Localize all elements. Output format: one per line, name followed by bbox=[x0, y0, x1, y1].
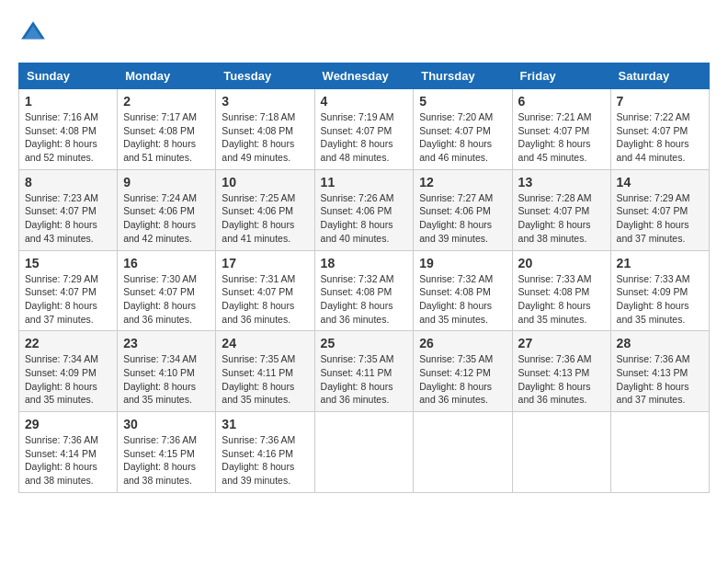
calendar-cell: 13 Sunrise: 7:28 AM Sunset: 4:07 PM Dayl… bbox=[512, 169, 610, 250]
calendar-cell: 19 Sunrise: 7:32 AM Sunset: 4:08 PM Dayl… bbox=[414, 250, 512, 331]
calendar-cell: 9 Sunrise: 7:24 AM Sunset: 4:06 PM Dayli… bbox=[118, 169, 216, 250]
day-number: 3 bbox=[222, 94, 308, 109]
day-info: Sunrise: 7:25 AM Sunset: 4:06 PM Dayligh… bbox=[222, 191, 308, 246]
day-info: Sunrise: 7:20 AM Sunset: 4:07 PM Dayligh… bbox=[419, 110, 506, 165]
calendar-table: SundayMondayTuesdayWednesdayThursdayFrid… bbox=[18, 63, 710, 493]
day-info: Sunrise: 7:35 AM Sunset: 4:12 PM Dayligh… bbox=[419, 352, 506, 407]
calendar-weekday-header: Monday bbox=[118, 63, 216, 89]
calendar-cell: 3 Sunrise: 7:18 AM Sunset: 4:08 PM Dayli… bbox=[216, 89, 314, 170]
calendar-header-row: SundayMondayTuesdayWednesdayThursdayFrid… bbox=[19, 63, 710, 89]
calendar-weekday-header: Tuesday bbox=[216, 63, 314, 89]
calendar-cell: 1 Sunrise: 7:16 AM Sunset: 4:08 PM Dayli… bbox=[19, 89, 118, 170]
day-number: 17 bbox=[222, 256, 308, 270]
day-number: 11 bbox=[321, 175, 408, 190]
calendar-cell: 14 Sunrise: 7:29 AM Sunset: 4:07 PM Dayl… bbox=[610, 169, 709, 250]
day-number: 18 bbox=[321, 256, 408, 270]
day-info: Sunrise: 7:26 AM Sunset: 4:06 PM Dayligh… bbox=[321, 191, 408, 246]
day-number: 24 bbox=[222, 336, 308, 350]
day-info: Sunrise: 7:32 AM Sunset: 4:08 PM Dayligh… bbox=[419, 272, 506, 327]
day-number: 21 bbox=[617, 256, 703, 270]
day-info: Sunrise: 7:27 AM Sunset: 4:06 PM Dayligh… bbox=[419, 191, 506, 246]
calendar-weekday-header: Saturday bbox=[610, 63, 709, 89]
day-info: Sunrise: 7:35 AM Sunset: 4:11 PM Dayligh… bbox=[222, 352, 308, 407]
day-number: 15 bbox=[25, 256, 111, 270]
day-number: 1 bbox=[25, 94, 111, 109]
page-header bbox=[18, 18, 710, 48]
day-number: 22 bbox=[25, 336, 111, 350]
day-number: 10 bbox=[222, 175, 308, 190]
calendar-cell: 4 Sunrise: 7:19 AM Sunset: 4:07 PM Dayli… bbox=[314, 89, 414, 170]
day-info: Sunrise: 7:23 AM Sunset: 4:07 PM Dayligh… bbox=[25, 191, 111, 246]
day-info: Sunrise: 7:36 AM Sunset: 4:16 PM Dayligh… bbox=[222, 433, 308, 488]
calendar-week-row: 8 Sunrise: 7:23 AM Sunset: 4:07 PM Dayli… bbox=[19, 169, 710, 250]
day-number: 19 bbox=[419, 256, 506, 270]
calendar-cell bbox=[314, 412, 414, 493]
calendar-cell: 10 Sunrise: 7:25 AM Sunset: 4:06 PM Dayl… bbox=[216, 169, 314, 250]
day-info: Sunrise: 7:29 AM Sunset: 4:07 PM Dayligh… bbox=[617, 191, 703, 246]
calendar-weekday-header: Thursday bbox=[414, 63, 512, 89]
day-info: Sunrise: 7:16 AM Sunset: 4:08 PM Dayligh… bbox=[25, 110, 111, 165]
day-info: Sunrise: 7:34 AM Sunset: 4:09 PM Dayligh… bbox=[25, 352, 111, 407]
calendar-cell: 8 Sunrise: 7:23 AM Sunset: 4:07 PM Dayli… bbox=[19, 169, 118, 250]
calendar-cell bbox=[610, 412, 709, 493]
day-number: 27 bbox=[518, 336, 605, 350]
day-number: 30 bbox=[123, 417, 210, 431]
calendar-cell: 24 Sunrise: 7:35 AM Sunset: 4:11 PM Dayl… bbox=[216, 331, 314, 412]
day-info: Sunrise: 7:32 AM Sunset: 4:08 PM Dayligh… bbox=[321, 272, 408, 327]
calendar-week-row: 1 Sunrise: 7:16 AM Sunset: 4:08 PM Dayli… bbox=[19, 89, 710, 170]
day-number: 9 bbox=[123, 175, 210, 190]
calendar-cell bbox=[414, 412, 512, 493]
calendar-cell: 31 Sunrise: 7:36 AM Sunset: 4:16 PM Dayl… bbox=[216, 412, 314, 493]
day-info: Sunrise: 7:34 AM Sunset: 4:10 PM Dayligh… bbox=[123, 352, 210, 407]
calendar-cell: 21 Sunrise: 7:33 AM Sunset: 4:09 PM Dayl… bbox=[610, 250, 709, 331]
day-info: Sunrise: 7:29 AM Sunset: 4:07 PM Dayligh… bbox=[25, 272, 111, 327]
calendar-weekday-header: Sunday bbox=[19, 63, 118, 89]
calendar-cell: 12 Sunrise: 7:27 AM Sunset: 4:06 PM Dayl… bbox=[414, 169, 512, 250]
calendar-cell: 29 Sunrise: 7:36 AM Sunset: 4:14 PM Dayl… bbox=[19, 412, 118, 493]
calendar-cell: 20 Sunrise: 7:33 AM Sunset: 4:08 PM Dayl… bbox=[512, 250, 610, 331]
day-info: Sunrise: 7:33 AM Sunset: 4:09 PM Dayligh… bbox=[617, 272, 703, 327]
calendar-week-row: 15 Sunrise: 7:29 AM Sunset: 4:07 PM Dayl… bbox=[19, 250, 710, 331]
day-number: 4 bbox=[321, 94, 408, 109]
calendar-cell: 27 Sunrise: 7:36 AM Sunset: 4:13 PM Dayl… bbox=[512, 331, 610, 412]
calendar-weekday-header: Friday bbox=[512, 63, 610, 89]
day-info: Sunrise: 7:28 AM Sunset: 4:07 PM Dayligh… bbox=[518, 191, 605, 246]
day-number: 12 bbox=[419, 175, 506, 190]
calendar-weekday-header: Wednesday bbox=[314, 63, 414, 89]
calendar-cell: 18 Sunrise: 7:32 AM Sunset: 4:08 PM Dayl… bbox=[314, 250, 414, 331]
calendar-cell: 28 Sunrise: 7:36 AM Sunset: 4:13 PM Dayl… bbox=[610, 331, 709, 412]
day-info: Sunrise: 7:31 AM Sunset: 4:07 PM Dayligh… bbox=[222, 272, 308, 327]
day-number: 25 bbox=[321, 336, 408, 350]
day-number: 28 bbox=[617, 336, 703, 350]
day-info: Sunrise: 7:33 AM Sunset: 4:08 PM Dayligh… bbox=[518, 272, 605, 327]
day-info: Sunrise: 7:36 AM Sunset: 4:13 PM Dayligh… bbox=[518, 352, 605, 407]
day-number: 8 bbox=[25, 175, 111, 190]
day-info: Sunrise: 7:36 AM Sunset: 4:15 PM Dayligh… bbox=[123, 433, 210, 488]
day-number: 7 bbox=[617, 94, 703, 109]
calendar-week-row: 22 Sunrise: 7:34 AM Sunset: 4:09 PM Dayl… bbox=[19, 331, 710, 412]
calendar-cell: 11 Sunrise: 7:26 AM Sunset: 4:06 PM Dayl… bbox=[314, 169, 414, 250]
calendar-cell: 16 Sunrise: 7:30 AM Sunset: 4:07 PM Dayl… bbox=[118, 250, 216, 331]
day-info: Sunrise: 7:18 AM Sunset: 4:08 PM Dayligh… bbox=[222, 110, 308, 165]
day-number: 13 bbox=[518, 175, 605, 190]
day-info: Sunrise: 7:36 AM Sunset: 4:14 PM Dayligh… bbox=[25, 433, 111, 488]
calendar-cell: 30 Sunrise: 7:36 AM Sunset: 4:15 PM Dayl… bbox=[118, 412, 216, 493]
day-number: 14 bbox=[617, 175, 703, 190]
calendar-cell: 7 Sunrise: 7:22 AM Sunset: 4:07 PM Dayli… bbox=[610, 89, 709, 170]
day-info: Sunrise: 7:21 AM Sunset: 4:07 PM Dayligh… bbox=[518, 110, 605, 165]
calendar-cell: 5 Sunrise: 7:20 AM Sunset: 4:07 PM Dayli… bbox=[414, 89, 512, 170]
calendar-cell bbox=[512, 412, 610, 493]
calendar-cell: 17 Sunrise: 7:31 AM Sunset: 4:07 PM Dayl… bbox=[216, 250, 314, 331]
day-info: Sunrise: 7:19 AM Sunset: 4:07 PM Dayligh… bbox=[321, 110, 408, 165]
calendar-cell: 25 Sunrise: 7:35 AM Sunset: 4:11 PM Dayl… bbox=[314, 331, 414, 412]
calendar-cell: 22 Sunrise: 7:34 AM Sunset: 4:09 PM Dayl… bbox=[19, 331, 118, 412]
day-info: Sunrise: 7:22 AM Sunset: 4:07 PM Dayligh… bbox=[617, 110, 703, 165]
day-number: 2 bbox=[123, 94, 210, 109]
calendar-cell: 2 Sunrise: 7:17 AM Sunset: 4:08 PM Dayli… bbox=[118, 89, 216, 170]
day-number: 20 bbox=[518, 256, 605, 270]
day-number: 6 bbox=[518, 94, 605, 109]
calendar-cell: 15 Sunrise: 7:29 AM Sunset: 4:07 PM Dayl… bbox=[19, 250, 118, 331]
calendar-cell: 26 Sunrise: 7:35 AM Sunset: 4:12 PM Dayl… bbox=[414, 331, 512, 412]
day-info: Sunrise: 7:24 AM Sunset: 4:06 PM Dayligh… bbox=[123, 191, 210, 246]
day-info: Sunrise: 7:36 AM Sunset: 4:13 PM Dayligh… bbox=[617, 352, 703, 407]
